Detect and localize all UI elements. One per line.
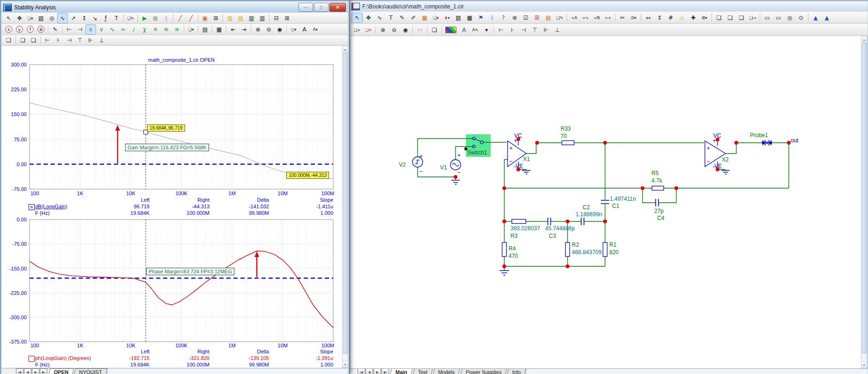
align-center-h[interactable]: ⊦ xyxy=(507,25,518,35)
zoom-100[interactable]: ◉ xyxy=(400,25,411,35)
edit-plot[interactable]: ✎ xyxy=(50,24,60,35)
align-right[interactable]: ⊣ xyxy=(518,25,529,35)
cross-section[interactable]: ⊟▾ xyxy=(628,13,639,23)
copy-graphics-front[interactable]: ❏ xyxy=(17,35,28,45)
gain-series-icon[interactable]: B xyxy=(29,204,35,210)
plot-frame-mode[interactable]: ∿ xyxy=(57,13,68,23)
line-format[interactable]: ≣ xyxy=(36,24,46,35)
tab-models[interactable]: Models xyxy=(433,368,461,374)
align-top[interactable]: ⊤ xyxy=(75,35,85,45)
close-button[interactable]: ✕ xyxy=(329,3,346,12)
cursor-high[interactable]: ∿ xyxy=(107,24,118,35)
copy-page[interactable]: ❏ xyxy=(725,13,736,23)
add-curve-middle[interactable]: ↕ xyxy=(79,13,90,23)
align-bottom[interactable]: ⊥ xyxy=(552,25,563,35)
data-point-list[interactable]: ▤ xyxy=(200,24,210,35)
horizontal-tag[interactable]: ⊢ xyxy=(64,24,75,35)
align-middle[interactable]: ⊩ xyxy=(540,25,552,35)
right-titlebar[interactable]: F:\Books\audio\cir\math_composite_1.cir xyxy=(350,1,868,12)
cursor-step-right[interactable]: ⇥ xyxy=(239,24,249,35)
background-image-tool[interactable]: ▧ xyxy=(36,13,46,23)
copy-graphics-back[interactable]: ❏ xyxy=(28,35,39,45)
zoom-region-tool[interactable]: ◎ xyxy=(46,13,57,23)
highlight-tool[interactable]: ✎▾ xyxy=(414,25,426,35)
find-component[interactable]: ⊙ xyxy=(795,13,807,23)
scope-mode-dropdown[interactable]: ❏▾ xyxy=(25,13,36,23)
schematic-label-c4[interactable]: C4 xyxy=(657,215,664,221)
zoom-out[interactable]: ⊖ xyxy=(389,25,400,35)
select-tool[interactable]: ↖ xyxy=(3,13,14,23)
node-tool[interactable]: ⋔▾ xyxy=(441,13,453,23)
grid-toggle[interactable]: ⊞▾ xyxy=(699,13,710,23)
schematic-label-ve[interactable]: VE xyxy=(714,163,722,169)
schematic-label-r3[interactable]: R3 xyxy=(510,233,517,239)
tab-main[interactable]: Main xyxy=(390,368,413,374)
numeric-output[interactable]: ▦ xyxy=(214,24,224,35)
plot-vertical-scrollbar[interactable]: ▲ ▼ xyxy=(342,46,348,368)
split-vertical[interactable]: ⊞ xyxy=(282,13,292,23)
delete-page[interactable]: ❏✕ xyxy=(363,25,374,35)
snap-to-grid[interactable]: # xyxy=(665,13,676,23)
zoom-out[interactable]: ⊖ xyxy=(263,24,274,35)
align-left[interactable]: ⊢ xyxy=(495,25,507,35)
schematic-label-r33[interactable]: R33 xyxy=(561,125,571,132)
flip-page[interactable]: ❏ xyxy=(429,25,440,35)
split-horizontal[interactable]: ⊟ xyxy=(271,13,282,23)
schematic-label-x2[interactable]: X2 xyxy=(722,156,729,163)
scroll-up-arrow[interactable]: ▲ xyxy=(861,37,867,43)
tab-nav-first[interactable]: |◀ xyxy=(358,368,365,374)
link-tool[interactable]: ⊛ xyxy=(509,13,520,23)
enable-checkbox[interactable]: ☑ xyxy=(520,13,531,23)
left-titlebar[interactable]: Stability Analysis — □ ✕ xyxy=(2,2,347,13)
cursor-peak[interactable]: ∧ xyxy=(85,24,96,35)
font-attributes[interactable]: A✎ xyxy=(470,25,481,35)
cursor-inflection[interactable]: χ xyxy=(139,24,150,35)
panel-layout-3[interactable]: ▥ xyxy=(246,13,257,23)
schematic-label-4-7k[interactable]: 4.7k xyxy=(651,177,662,184)
stop-button[interactable]: ■ xyxy=(150,13,161,23)
schematic-label-c1[interactable]: C1 xyxy=(612,203,619,209)
schematic-label-r1[interactable]: R1 xyxy=(609,242,616,248)
add-page[interactable]: ❏+ xyxy=(352,25,363,35)
page-edit[interactable]: ❏✎ xyxy=(554,13,565,23)
schematic-label-70[interactable]: 70 xyxy=(561,133,567,139)
schematic-label-1-497411n[interactable]: 1.497411n xyxy=(610,196,636,202)
scroll-thumb[interactable] xyxy=(343,53,348,354)
cursor-valley[interactable]: ∨ xyxy=(96,24,107,35)
zoom-auto[interactable]: ◉ xyxy=(274,24,285,35)
cursor-low[interactable]: ≈ xyxy=(118,24,128,35)
tab-nav-next[interactable]: ▶ xyxy=(32,368,39,374)
warning-flag[interactable]: ⚠ xyxy=(676,13,688,23)
tab-nav-next[interactable]: ▶ xyxy=(374,368,381,374)
schematic-label-ve[interactable]: VE xyxy=(516,163,523,169)
color-palette[interactable] xyxy=(445,27,456,33)
schematic-label-switch1[interactable]: Switch1 xyxy=(467,149,487,156)
select-scale-dropdown[interactable]: ◻▾ xyxy=(288,24,299,35)
schematic-vertical-scrollbar[interactable]: ▲ ▼ xyxy=(861,36,867,368)
schematic-label-468-843709[interactable]: 468.843709 xyxy=(572,249,601,256)
align-top[interactable]: ⊤ xyxy=(529,25,540,35)
add-curve-top[interactable]: ↗ xyxy=(68,13,79,23)
crosshair-cursor[interactable]: ✚ xyxy=(688,13,699,23)
wire-pencil[interactable]: ✐ xyxy=(408,13,419,23)
schematic-label-820[interactable]: 820 xyxy=(609,249,619,256)
rubberband-v[interactable]: ↕ xyxy=(654,13,665,23)
align-right[interactable]: ⊣ xyxy=(64,35,75,45)
step-up-2[interactable]: ▲ xyxy=(821,13,832,23)
cursor-step-left[interactable]: ⇤ xyxy=(228,24,239,35)
zoom-box-mode[interactable]: ⊞ xyxy=(210,13,221,23)
rubberband-h[interactable]: ↔ xyxy=(643,13,654,23)
new-page[interactable]: ❏ xyxy=(713,13,725,23)
panel-layout-4[interactable]: ▥ xyxy=(257,13,268,23)
run-button[interactable]: ▶ xyxy=(139,13,150,23)
border-box[interactable]: ▭ xyxy=(762,13,773,23)
text-tool[interactable]: T xyxy=(385,13,397,23)
draw-pencil[interactable]: ✎ xyxy=(397,13,408,23)
schematic-label-v1[interactable]: V1 xyxy=(440,164,447,171)
vertical-tag[interactable]: ⊣ xyxy=(75,24,85,35)
info-button[interactable]: i xyxy=(486,13,498,23)
schematic-label-c2[interactable]: C2 xyxy=(583,204,590,211)
schematic-canvas[interactable]: +− +− +− +− +− +− xyxy=(351,36,861,368)
schematic-label-vc[interactable]: VC xyxy=(514,132,522,139)
schematic-label-r5[interactable]: R5 xyxy=(651,170,658,176)
